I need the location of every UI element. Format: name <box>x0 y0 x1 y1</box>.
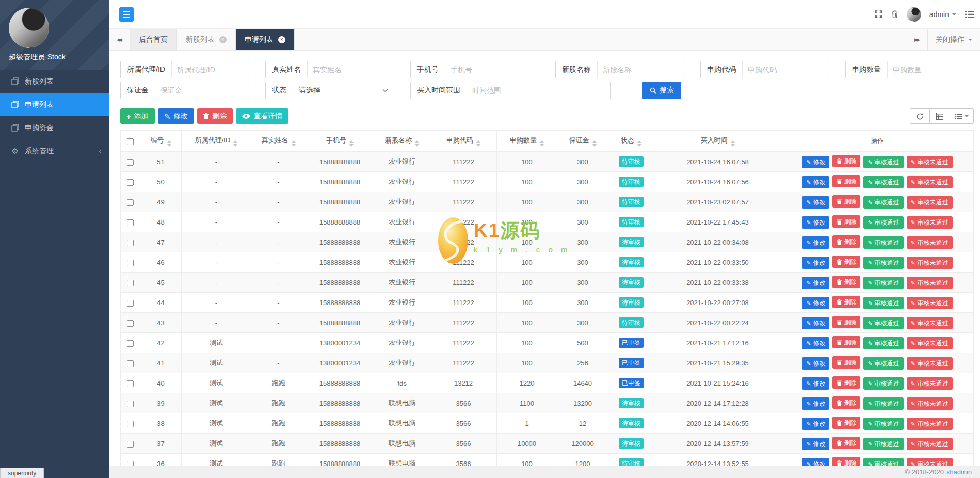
row-reject-button[interactable]: ✎审核未通过 <box>907 176 953 188</box>
view-detail-button[interactable]: 查看详情 <box>236 108 288 124</box>
col-time[interactable]: 买入时间 <box>654 131 781 152</box>
row-checkbox[interactable] <box>127 340 134 347</box>
row-edit-button[interactable]: ✎修改 <box>802 216 829 229</box>
col-phone[interactable]: 手机号 <box>306 131 374 152</box>
refresh-button[interactable] <box>910 108 930 124</box>
row-reject-button[interactable]: ✎审核未通过 <box>907 297 953 309</box>
sub-qty-input[interactable] <box>888 61 974 78</box>
grid-view-button[interactable] <box>930 108 950 124</box>
row-delete-button[interactable]: 删除 <box>832 376 860 389</box>
sidebar-item-application-list[interactable]: 申请列表 <box>0 93 109 116</box>
col-realname[interactable]: 真实姓名 <box>251 131 306 152</box>
delete-button[interactable]: 删除 <box>197 108 233 124</box>
close-operations-menu[interactable]: 关闭操作 <box>927 29 980 50</box>
row-reject-button[interactable]: ✎审核未通过 <box>907 418 953 430</box>
col-margin[interactable]: 保证金 <box>557 131 608 152</box>
row-delete-button[interactable]: 删除 <box>832 417 860 429</box>
real-name-input[interactable] <box>308 61 394 78</box>
row-checkbox[interactable] <box>127 461 134 466</box>
row-delete-button[interactable]: 删除 <box>832 316 860 328</box>
row-checkbox[interactable] <box>127 240 134 246</box>
row-delete-button[interactable]: 删除 <box>832 155 860 167</box>
row-edit-button[interactable]: ✎修改 <box>802 458 829 466</box>
row-edit-button[interactable]: ✎修改 <box>802 176 829 188</box>
sort-icon[interactable] <box>476 140 480 147</box>
row-edit-button[interactable]: ✎修改 <box>802 377 829 390</box>
user-avatar[interactable] <box>907 7 921 22</box>
tab-close-icon[interactable]: × <box>278 36 285 43</box>
row-checkbox[interactable] <box>127 280 134 286</box>
tabs-scroll-left-icon[interactable]: ◀◀ <box>109 29 130 50</box>
row-delete-button[interactable]: 删除 <box>832 457 860 466</box>
sort-icon[interactable] <box>292 140 296 147</box>
row-checkbox[interactable] <box>127 260 134 266</box>
trash-icon[interactable] <box>891 10 898 18</box>
row-reject-button[interactable]: ✎审核未通过 <box>907 277 953 289</box>
row-delete-button[interactable]: 删除 <box>832 215 860 228</box>
row-approve-button[interactable]: ✎审核通过 <box>863 236 903 249</box>
row-edit-button[interactable]: ✎修改 <box>802 257 829 269</box>
row-reject-button[interactable]: ✎审核未通过 <box>907 377 953 390</box>
sort-icon[interactable] <box>592 140 597 147</box>
row-reject-button[interactable]: ✎审核未通过 <box>907 257 953 269</box>
row-edit-button[interactable]: ✎修改 <box>802 357 829 370</box>
row-approve-button[interactable]: ✎审核通过 <box>863 438 903 450</box>
columns-menu-button[interactable] <box>950 108 974 124</box>
row-edit-button[interactable]: ✎修改 <box>802 418 829 430</box>
row-checkbox[interactable] <box>127 380 134 387</box>
col-code[interactable]: 申购代码 <box>430 131 497 152</box>
row-checkbox[interactable] <box>127 360 134 367</box>
stock-name-input[interactable] <box>598 61 684 78</box>
row-checkbox[interactable] <box>127 441 134 448</box>
row-edit-button[interactable]: ✎修改 <box>802 397 829 410</box>
row-approve-button[interactable]: ✎审核通过 <box>863 216 903 229</box>
row-reject-button[interactable]: ✎审核未通过 <box>907 196 953 209</box>
row-reject-button[interactable]: ✎审核未通过 <box>907 317 953 329</box>
col-stock[interactable]: 新股名称 <box>374 131 430 152</box>
row-edit-button[interactable]: ✎修改 <box>802 236 829 249</box>
row-edit-button[interactable]: ✎修改 <box>802 277 829 289</box>
row-approve-button[interactable]: ✎审核通过 <box>863 196 903 209</box>
row-delete-button[interactable]: 删除 <box>832 175 860 187</box>
row-reject-button[interactable]: ✎审核未通过 <box>907 438 953 450</box>
row-approve-button[interactable]: ✎审核通过 <box>863 418 903 430</box>
row-delete-button[interactable]: 删除 <box>832 356 860 369</box>
row-approve-button[interactable]: ✎审核通过 <box>863 257 903 269</box>
col-agent[interactable]: 所属代理/ID <box>182 131 251 152</box>
tab-close-icon[interactable]: × <box>219 36 227 43</box>
row-checkbox[interactable] <box>127 199 134 206</box>
col-qty[interactable]: 申购数量 <box>497 131 557 152</box>
sidebar-item-new-stock-list[interactable]: 新股列表 <box>0 70 109 93</box>
row-delete-button[interactable]: 删除 <box>832 396 860 409</box>
row-approve-button[interactable]: ✎审核通过 <box>863 397 903 410</box>
sort-icon[interactable] <box>167 140 171 147</box>
agent-id-input[interactable] <box>172 61 249 78</box>
row-checkbox[interactable] <box>127 179 134 186</box>
brand-link[interactable]: xhadmin <box>946 468 972 476</box>
edit-button[interactable]: ✎修改 <box>158 108 195 124</box>
row-checkbox[interactable] <box>127 401 134 407</box>
row-delete-button[interactable]: 删除 <box>832 195 860 208</box>
row-approve-button[interactable]: ✎审核通过 <box>863 156 903 168</box>
sort-icon[interactable] <box>540 140 544 147</box>
row-approve-button[interactable]: ✎审核通过 <box>863 297 903 309</box>
row-approve-button[interactable]: ✎审核通过 <box>863 357 903 370</box>
sort-icon[interactable] <box>233 140 237 147</box>
row-reject-button[interactable]: ✎审核未通过 <box>907 357 953 370</box>
row-reject-button[interactable]: ✎审核未通过 <box>907 397 953 410</box>
row-approve-button[interactable]: ✎审核通过 <box>863 317 903 329</box>
row-edit-button[interactable]: ✎修改 <box>802 337 829 349</box>
time-range-input[interactable] <box>467 82 610 99</box>
col-id[interactable]: 编号 <box>140 131 182 152</box>
row-delete-button[interactable]: 删除 <box>832 437 860 449</box>
profile-avatar[interactable] <box>9 8 49 48</box>
row-checkbox[interactable] <box>127 159 134 166</box>
sort-icon[interactable] <box>637 140 641 147</box>
tab-home[interactable]: 后台首页 <box>130 29 177 50</box>
row-approve-button[interactable]: ✎审核通过 <box>863 176 903 188</box>
row-delete-button[interactable]: 删除 <box>832 276 860 288</box>
sort-icon[interactable] <box>731 140 735 147</box>
row-reject-button[interactable]: ✎审核未通过 <box>907 458 953 466</box>
select-all-checkbox[interactable] <box>127 138 134 145</box>
sidebar-item-subscription-funds[interactable]: 申购资金 <box>0 116 109 139</box>
